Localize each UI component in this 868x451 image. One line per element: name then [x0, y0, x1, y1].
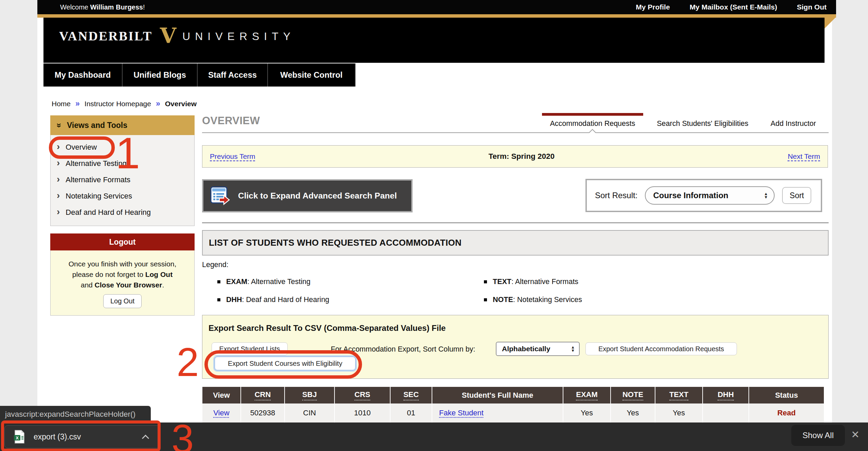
breadcrumb-current: Overview	[165, 100, 197, 108]
sort-button[interactable]: Sort	[782, 187, 811, 204]
legend-label: Legend:	[202, 261, 229, 269]
export-student-lists-button[interactable]: Export Student Lists	[212, 342, 288, 355]
tab-search-students-eligibilities[interactable]: Search Students' Eligibilities	[651, 119, 755, 128]
close-shelf-icon[interactable]: ✕	[851, 429, 860, 440]
sidebar-item-notetaking-services[interactable]: › Notetaking Services	[51, 188, 194, 204]
tab-accommodation-requests[interactable]: Accommodation Requests	[543, 119, 642, 128]
logo-vanderbilt: VANDERBILT	[59, 26, 152, 46]
cell-note: Yes	[611, 403, 655, 422]
table-row: View 502938 CIN 1010 01 Fake Student Yes…	[202, 403, 824, 422]
nav-website-control[interactable]: Website Control	[268, 63, 356, 87]
nav-my-dashboard[interactable]: My Dashboard	[43, 63, 123, 87]
student-name-link[interactable]: Fake Student	[439, 409, 484, 417]
sort-result-box: Sort Result: Course Information ▲▼ Sort	[585, 179, 822, 212]
log-out-button[interactable]: Log Out	[103, 294, 142, 308]
chevron-right-icon: ›	[57, 174, 60, 184]
top-bar: Welcome William Burgess! My Profile My M…	[37, 0, 836, 14]
cell-crs: 1010	[335, 403, 391, 422]
export-courses-with-eligibility-button[interactable]: Export Student Courses with Eligibility	[215, 357, 356, 370]
col-header-sbj[interactable]: SBJ	[285, 387, 335, 403]
sidebar-item-alternative-formats[interactable]: › Alternative Formats	[51, 172, 194, 188]
advanced-search-label: Click to Expand Advanced Search Panel	[238, 191, 397, 201]
sidebar-item-alternative-testing[interactable]: › Alternative Testing	[51, 155, 194, 172]
export-accommodation-requests-button[interactable]: Export Student Accommodation Requests	[585, 342, 737, 355]
welcome-message: Welcome William Burgess!	[60, 3, 145, 11]
chevron-right-icon: ›	[57, 158, 60, 168]
bullet-icon	[484, 298, 487, 301]
legend-item-exam: EXAM: Alternative Testing	[217, 278, 310, 286]
sidebar-header-label: Views and Tools	[67, 121, 127, 130]
gold-corner-fold	[823, 18, 835, 30]
next-term-link[interactable]: Next Term	[788, 152, 820, 161]
tab-add-instructor[interactable]: Add Instructor	[765, 119, 822, 128]
breadcrumb-home[interactable]: Home	[52, 100, 71, 108]
my-mailbox-link[interactable]: My Mailbox (Sent E-Mails)	[690, 3, 777, 11]
col-header-text[interactable]: TEXT	[655, 387, 703, 403]
cell-status: Read	[749, 403, 824, 422]
cell-dhh	[703, 403, 749, 422]
download-item-export-csv[interactable]: X export (3).csv	[4, 425, 160, 448]
col-header-crn[interactable]: CRN	[241, 387, 285, 403]
export-sort-by-select[interactable]: Alphabetically ▲▼	[496, 342, 580, 356]
bullet-icon	[217, 280, 220, 283]
col-header-crs[interactable]: CRS	[335, 387, 391, 403]
breadcrumb: Home » Instructor Homepage » Overview	[52, 99, 197, 108]
svg-text:X: X	[16, 435, 19, 440]
term-label: Term: Spring 2020	[255, 152, 788, 161]
legend-item-dhh: DHH: Deaf and Hard of Hearing	[217, 296, 329, 304]
cell-crn: 502938	[241, 403, 285, 422]
expand-advanced-search-button[interactable]: Click to Expand Advanced Search Panel	[202, 179, 413, 212]
previous-term-link[interactable]: Previous Term	[210, 152, 255, 161]
breadcrumb-instructor-homepage[interactable]: Instructor Homepage	[85, 100, 151, 108]
logout-text-line2: please do not forget to Log Out	[51, 269, 194, 280]
active-tab-indicator	[542, 113, 643, 116]
cell-sbj: CIN	[285, 403, 335, 422]
show-all-downloads-button[interactable]: Show All	[791, 425, 845, 446]
browser-status-tooltip: javascript:expandSearchPlaceHolder()	[0, 406, 151, 422]
logo-university: UNIVERSITY	[182, 26, 295, 47]
col-header-dhh[interactable]: DHH	[703, 387, 749, 403]
sidebar-item-label: Alternative Testing	[66, 159, 126, 168]
list-header-title: LIST OF STUDENTS WHO REQUESTED ACCOMMODA…	[209, 238, 462, 248]
col-header-status: Status	[749, 387, 824, 403]
table-header-row: View CRN SBJ CRS SEC Student's Full Name…	[202, 387, 824, 403]
export-panel-title: Export Search Result To CSV (Comma-Separ…	[209, 323, 446, 333]
csv-file-icon: X	[14, 430, 25, 444]
col-header-view[interactable]: View	[202, 387, 241, 403]
status-read-badge: Read	[777, 409, 796, 417]
chevron-up-icon[interactable]	[142, 435, 149, 442]
nav-staff-access[interactable]: Staff Access	[198, 63, 268, 87]
legend-item-note: NOTE: Notetaking Services	[484, 296, 582, 304]
sidebar-item-label: Overview	[66, 143, 97, 152]
col-header-note[interactable]: NOTE	[611, 387, 655, 403]
double-chevron-down-icon: »	[54, 123, 64, 128]
top-links: My Profile My Mailbox (Sent E-Mails) Sig…	[636, 3, 827, 11]
bullet-icon	[484, 280, 487, 283]
col-header-sec[interactable]: SEC	[391, 387, 432, 403]
chevron-right-icon: ›	[57, 207, 60, 217]
list-header-box: LIST OF STUDENTS WHO REQUESTED ACCOMMODA…	[202, 230, 829, 256]
students-table: View CRN SBJ CRS SEC Student's Full Name…	[202, 387, 824, 422]
logout-text-line3: and Close Your Browser.	[51, 280, 194, 290]
nav-unified-blogs[interactable]: Unified Blogs	[123, 63, 198, 87]
cell-sec: 01	[391, 403, 432, 422]
sidebar-item-deaf-hard-of-hearing[interactable]: › Deaf and Hard of Hearing	[51, 204, 194, 221]
sort-result-select[interactable]: Course Information ▲▼	[645, 186, 775, 205]
my-profile-link[interactable]: My Profile	[636, 3, 670, 11]
view-link[interactable]: View	[213, 409, 229, 417]
logout-panel: Once you finish with your session, pleas…	[50, 250, 195, 316]
sign-out-link[interactable]: Sign Out	[797, 3, 827, 11]
sidebar-header[interactable]: » Views and Tools	[50, 115, 195, 135]
cell-exam: Yes	[563, 403, 611, 422]
cell-student-name: Fake Student	[432, 403, 563, 422]
sidebar-item-overview[interactable]: › Overview	[51, 139, 194, 155]
sort-result-value: Course Information	[653, 191, 764, 200]
col-header-student-name: Student's Full Name	[432, 387, 563, 403]
sidebar-item-label: Notetaking Services	[66, 192, 132, 201]
page-title: OVERVIEW	[202, 115, 260, 127]
advanced-search-icon	[210, 186, 230, 206]
sidebar-menu: › Overview › Alternative Testing › Alter…	[50, 135, 195, 226]
export-sort-by-value: Alphabetically	[502, 345, 571, 353]
col-header-exam[interactable]: EXAM	[563, 387, 611, 403]
logo-band: VANDERBILT V UNIVERSITY	[43, 18, 825, 63]
